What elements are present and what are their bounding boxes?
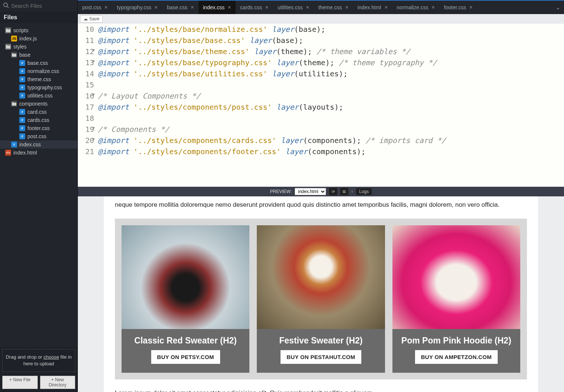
choose-link[interactable]: choose — [44, 354, 59, 360]
preview-pane[interactable]: neque tempore mollitia doloremque nemo d… — [78, 196, 564, 392]
gutter: 101112131415161718192021 — [78, 24, 98, 187]
css-file-icon: # — [19, 93, 25, 99]
tree-item-components[interactable]: components — [0, 100, 77, 108]
tab-theme-css[interactable]: theme.css✕ — [314, 1, 353, 14]
preview-paragraph-top: neque tempore mollitia doloremque nemo d… — [115, 200, 527, 210]
save-button[interactable]: ☁ Save — [80, 15, 103, 23]
product-card: Classic Red Sweater (H2)BUY ON PETSY.COM — [122, 225, 249, 373]
tree-item-base-css[interactable]: #base.css — [0, 59, 77, 67]
code-line[interactable]: /* Components */ — [98, 124, 564, 135]
tree-item-label: cards.css — [27, 117, 49, 123]
tree-item-normalize-css[interactable]: #normalize.css — [0, 67, 77, 75]
drop-zone[interactable]: Drag and drop or choose file in here to … — [2, 349, 75, 372]
tab-base-css[interactable]: base.css✕ — [162, 1, 198, 14]
popout-icon[interactable]: ⧉ — [340, 188, 348, 195]
code-line[interactable]: @import '../styles/base/normalize.css' l… — [98, 24, 564, 35]
code-area[interactable]: @import '../styles/base/normalize.css' l… — [98, 24, 564, 187]
code-line[interactable]: @import '../styles/components/footer.css… — [98, 146, 564, 157]
tab-label: footer.css — [444, 4, 466, 10]
cloud-icon: ☁ — [83, 16, 88, 21]
tree-item-card-css[interactable]: #card.css — [0, 108, 77, 116]
close-icon[interactable]: ✕ — [228, 5, 231, 10]
tree-item-index-js[interactable]: JSindex.js — [0, 34, 77, 43]
fold-icon[interactable] — [92, 138, 95, 140]
code-line[interactable]: @import '../styles/base/utilities.css' l… — [98, 68, 564, 79]
svg-point-0 — [4, 3, 7, 7]
js-file-icon: JS — [11, 36, 17, 41]
code-line[interactable] — [98, 113, 564, 124]
code-line[interactable]: @import '../styles/components/post.css' … — [98, 102, 564, 113]
tree-item-label: base — [19, 52, 30, 58]
refresh-icon[interactable]: ⟳ — [329, 188, 337, 195]
close-icon[interactable]: ✕ — [345, 5, 349, 10]
search-row — [0, 0, 77, 11]
tab-post-css[interactable]: post.css✕ — [78, 1, 112, 14]
css-file-icon: # — [19, 133, 25, 139]
close-icon[interactable]: ✕ — [154, 5, 158, 10]
file-tree: scriptsJSindex.jsstylesbase#base.css#nor… — [0, 23, 77, 347]
tree-item-styles[interactable]: styles — [0, 43, 77, 51]
tab-normalize-css[interactable]: normalize.css✕ — [392, 1, 440, 14]
tree-item-label: utilities.css — [27, 93, 53, 99]
close-icon[interactable]: ✕ — [431, 5, 435, 10]
tree-item-label: base.css — [27, 60, 48, 66]
close-icon[interactable]: ✕ — [306, 5, 309, 10]
fold-icon[interactable] — [92, 49, 95, 52]
tree-item-base[interactable]: base — [0, 51, 77, 59]
html-file-icon: <> — [5, 150, 11, 156]
tab-index-css[interactable]: index.css✕ — [199, 0, 236, 14]
close-icon[interactable]: ✕ — [384, 5, 388, 10]
css-file-icon: # — [19, 76, 25, 82]
tree-item-theme-css[interactable]: #theme.css — [0, 75, 77, 83]
folder-icon — [5, 27, 11, 33]
tree-item-footer-css[interactable]: #footer.css — [0, 124, 77, 132]
close-icon[interactable]: ✕ — [104, 5, 108, 10]
search-input[interactable] — [11, 3, 82, 9]
code-line[interactable]: /* Layout Components */ — [98, 90, 564, 102]
close-icon[interactable]: ✕ — [190, 5, 194, 10]
tree-item-typography-css[interactable]: #typography.css — [0, 83, 77, 92]
code-line[interactable]: @import '../styles/base/base.css' layer(… — [98, 35, 564, 46]
css-file-icon: # — [19, 60, 25, 66]
code-line[interactable]: @import '../styles/base/typography.css' … — [98, 57, 564, 68]
preview-file-select[interactable]: index.html — [295, 188, 326, 195]
code-line[interactable] — [98, 79, 564, 90]
tab-footer-css[interactable]: footer.css✕ — [439, 1, 477, 14]
fold-icon[interactable] — [92, 127, 95, 129]
tree-item-cards-css[interactable]: #cards.css — [0, 116, 77, 124]
tree-item-utilities-css[interactable]: #utilities.css — [0, 92, 77, 100]
new-file-button[interactable]: + New File — [2, 376, 38, 389]
main-area: post.css✕typography.css✕base.css✕index.c… — [78, 0, 564, 392]
css-file-icon: # — [19, 68, 25, 74]
new-directory-button[interactable]: + New Directory — [40, 376, 76, 389]
tree-item-scripts[interactable]: scripts — [0, 26, 77, 34]
tabs-overflow-icon[interactable]: ⌄ — [552, 4, 564, 10]
tab-utilities-css[interactable]: utilities.css✕ — [273, 1, 314, 14]
code-line[interactable]: @import '../styles/components/cards.css'… — [98, 135, 564, 146]
css-file-icon: # — [19, 117, 25, 123]
gutter-line: 11 — [78, 35, 94, 46]
tree-item-label: styles — [13, 44, 27, 50]
tab-index-html[interactable]: index.html✕ — [353, 1, 392, 14]
buy-button[interactable]: BUY ON PESTAHUT.COM — [281, 350, 361, 364]
buy-button[interactable]: BUY ON AMPETZON.COM — [415, 350, 498, 364]
gutter-line: 12 — [78, 46, 94, 57]
close-icon[interactable]: ✕ — [265, 5, 269, 10]
tree-item-post-css[interactable]: #post.css — [0, 132, 77, 140]
sidebar-buttons: + New File + New Directory — [0, 374, 77, 392]
code-editor[interactable]: 101112131415161718192021 @import '../sty… — [78, 24, 564, 187]
buy-button[interactable]: BUY ON PETSY.COM — [151, 350, 220, 364]
gutter-line: 15 — [78, 79, 94, 90]
tab-typography-css[interactable]: typography.css✕ — [112, 1, 162, 14]
tree-item-index-html[interactable]: <>index.html — [0, 149, 77, 157]
tree-item-index-css[interactable]: #index.css — [0, 140, 77, 149]
logs-button[interactable]: Logs — [356, 188, 372, 195]
tree-item-label: index.css — [19, 142, 41, 147]
card-title: Pom Pom Pink Hoodie (H2) — [398, 329, 515, 350]
close-icon[interactable]: ✕ — [469, 5, 473, 10]
fold-icon[interactable] — [92, 94, 95, 96]
code-line[interactable]: @import '../styles/base/theme.css' layer… — [98, 46, 564, 57]
tab-cards-css[interactable]: cards.css✕ — [236, 1, 273, 14]
gutter-line: 19 — [78, 124, 94, 135]
fold-icon[interactable] — [92, 60, 95, 63]
